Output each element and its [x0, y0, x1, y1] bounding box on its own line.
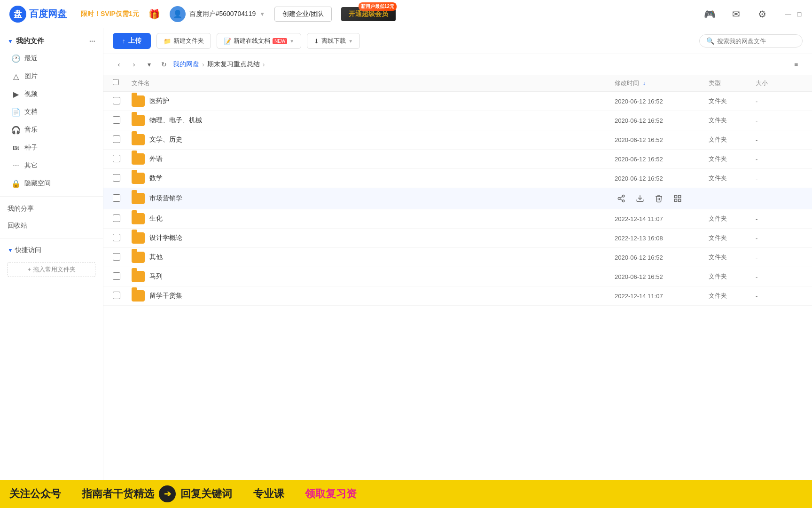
- share-action-button[interactable]: [615, 192, 628, 205]
- file-name-cell[interactable]: 设计学概论: [132, 232, 615, 244]
- dropdown-nav-button[interactable]: ▾: [143, 58, 155, 71]
- file-checkbox[interactable]: [113, 155, 120, 162]
- sidebar-item-label: 其它: [24, 161, 38, 170]
- folder-icon: [132, 134, 145, 145]
- my-files-header[interactable]: ▼ 我的文件 ···: [0, 33, 103, 49]
- file-name-cell[interactable]: 外语: [132, 153, 615, 165]
- quick-access-header[interactable]: ▼ 快捷访问: [0, 242, 103, 258]
- col-filename: 文件名: [132, 79, 615, 87]
- share-label: 我的分享: [8, 205, 34, 213]
- svg-rect-7: [679, 195, 681, 198]
- gift-icon[interactable]: 🎁: [148, 8, 160, 20]
- sidebar-item-recent[interactable]: 🕐 最近: [0, 49, 103, 67]
- nav-promo[interactable]: 限时！SVIP仅需1元: [81, 10, 139, 18]
- sidebar-divider-1: [0, 196, 103, 197]
- settings-icon[interactable]: ⚙: [754, 6, 771, 23]
- username-label: 百度用户#5600704119: [189, 10, 256, 18]
- sidebar-item-label: 种子: [24, 143, 38, 152]
- window-controls: — □: [785, 11, 803, 17]
- file-checkbox[interactable]: [113, 214, 120, 222]
- sidebar-item-other[interactable]: ··· 其它: [0, 157, 103, 175]
- folder-add-icon: 📁: [164, 38, 171, 45]
- create-enterprise-button[interactable]: 创建企业/团队: [274, 7, 332, 22]
- forward-button[interactable]: ›: [128, 58, 140, 71]
- file-size: -: [756, 117, 803, 124]
- quick-access-label: 快捷访问: [15, 246, 41, 254]
- new-folder-button[interactable]: 📁 新建文件夹: [156, 33, 211, 49]
- logo[interactable]: 盘 百度网盘: [9, 6, 67, 23]
- back-button[interactable]: ‹: [113, 58, 125, 71]
- download-action-button[interactable]: [633, 192, 647, 205]
- content-area: ↑ 上传 📁 新建文件夹 📝 新建在线文档 NEW ▼ ⬇ 离线下载 ▼ 🔍: [103, 28, 812, 480]
- breadcrumb-home[interactable]: 我的网盘: [173, 60, 199, 69]
- sidebar-item-videos[interactable]: ▶ 视频: [0, 85, 103, 103]
- minimize-button[interactable]: —: [785, 11, 791, 17]
- mail-icon[interactable]: ✉: [727, 6, 744, 23]
- file-name-cell[interactable]: 马列: [132, 271, 615, 282]
- top-nav: 盘 百度网盘 限时！SVIP仅需1元 🎁 👤 百度用户#5600704119 ▼…: [0, 0, 812, 28]
- file-checkbox[interactable]: [113, 272, 120, 280]
- open-vip-button[interactable]: 开通超级会员 新用户最低12元: [341, 7, 396, 21]
- sidebar-item-docs[interactable]: 📄 文档: [0, 103, 103, 121]
- file-size: -: [756, 98, 803, 105]
- sidebar-item-music[interactable]: 🎧 音乐: [0, 121, 103, 139]
- file-name-cell[interactable]: 文学、历史: [132, 134, 615, 145]
- svg-line-4: [620, 197, 622, 198]
- file-type: 文件夹: [709, 174, 756, 183]
- new-doc-button[interactable]: 📝 新建在线文档 NEW ▼: [217, 33, 301, 49]
- file-name-cell[interactable]: 医药护: [132, 95, 615, 107]
- row-actions: [615, 192, 709, 205]
- file-name: 市场营销学: [149, 194, 182, 203]
- more-icon[interactable]: ···: [89, 37, 95, 46]
- sidebar-item-hidden[interactable]: 🔒 隐藏空间: [0, 175, 103, 192]
- file-checkbox[interactable]: [113, 97, 120, 104]
- file-date: 2020-06-12 16:52: [615, 175, 709, 182]
- sidebar-item-photos[interactable]: △ 图片: [0, 67, 103, 85]
- sidebar-item-label: 视频: [24, 90, 38, 98]
- file-type: 文件夹: [709, 234, 756, 242]
- select-all-checkbox[interactable]: [113, 79, 119, 85]
- more-action-button[interactable]: [671, 192, 684, 205]
- file-checkbox[interactable]: [113, 135, 120, 143]
- search-input[interactable]: [717, 38, 792, 45]
- delete-action-button[interactable]: [652, 192, 665, 205]
- banner-arrow-icon: ➔: [159, 485, 176, 502]
- user-section[interactable]: 👤 百度用户#5600704119 ▼: [170, 6, 265, 22]
- view-toggle-button[interactable]: ≡: [789, 58, 803, 71]
- sidebar-item-bt[interactable]: Bt 种子: [0, 139, 103, 157]
- avatar: 👤: [170, 6, 186, 22]
- file-name-cell[interactable]: 其他: [132, 252, 615, 263]
- maximize-button[interactable]: □: [796, 11, 803, 17]
- file-name: 数学: [149, 174, 163, 183]
- file-date: 2020-06-12 16:52: [615, 117, 709, 124]
- table-row: 市场营销学: [103, 188, 812, 209]
- table-row: 马列 2020-06-12 16:52 文件夹 -: [103, 267, 812, 286]
- file-checkbox[interactable]: [113, 253, 120, 261]
- file-checkbox[interactable]: [113, 174, 120, 182]
- file-name-cell[interactable]: 生化: [132, 213, 615, 224]
- file-checkbox[interactable]: [113, 194, 120, 202]
- folder-icon: [132, 271, 145, 282]
- file-type: 文件夹: [709, 214, 756, 223]
- file-name-cell[interactable]: 留学干货集: [132, 290, 615, 302]
- file-name-cell[interactable]: 物理、电子、机械: [132, 115, 615, 126]
- file-checkbox[interactable]: [113, 234, 120, 241]
- game-icon[interactable]: 🎮: [701, 6, 718, 23]
- file-checkbox[interactable]: [113, 116, 120, 124]
- file-name-cell[interactable]: 数学: [132, 173, 615, 184]
- download-icon: ⬇: [314, 38, 319, 45]
- file-size: -: [756, 235, 803, 242]
- sidebar-item-recycle[interactable]: 回收站: [0, 217, 103, 234]
- file-name-cell[interactable]: 市场营销学: [132, 193, 615, 204]
- search-box[interactable]: 🔍: [699, 34, 803, 48]
- col-date[interactable]: 修改时间 ↓: [615, 79, 709, 87]
- table-row: 外语 2020-06-12 16:52 文件夹 -: [103, 150, 812, 169]
- doc-add-icon: 📝: [224, 38, 231, 45]
- file-checkbox[interactable]: [113, 292, 120, 299]
- refresh-button[interactable]: ↻: [158, 58, 170, 71]
- sidebar-item-share[interactable]: 我的分享: [0, 200, 103, 217]
- add-folder-button[interactable]: + 拖入常用文件夹: [8, 262, 95, 277]
- offline-download-button[interactable]: ⬇ 离线下载 ▼: [307, 33, 360, 49]
- upload-button[interactable]: ↑ 上传: [113, 33, 151, 49]
- music-icon: 🎧: [11, 125, 21, 135]
